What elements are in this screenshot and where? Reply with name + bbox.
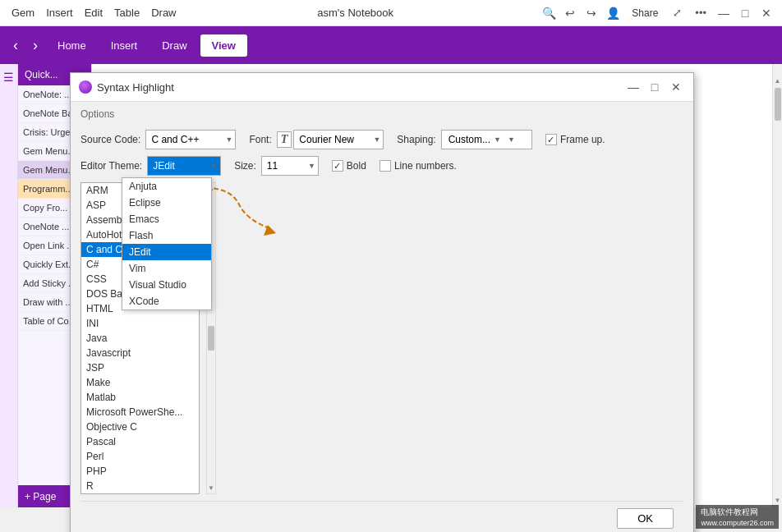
theme-xcode[interactable]: XCode (122, 293, 211, 310)
insert-menu-item[interactable]: Insert (46, 7, 73, 19)
lang-perl[interactable]: Perl (81, 449, 199, 464)
lang-matlab[interactable]: Matlab (81, 390, 199, 405)
theme-eclipse[interactable]: Eclipse (122, 195, 211, 211)
options-row-2: Editor Theme: JEdit Anjuta Eclipse Emacs… (80, 156, 683, 176)
font-icon: T (277, 131, 292, 148)
theme-visual-studio[interactable]: Visual Studio (122, 277, 211, 293)
scroll-thumb[interactable] (775, 88, 781, 121)
nav-fwd-button[interactable]: › (26, 37, 44, 54)
line-numbers-label: Line numbers. (394, 160, 457, 172)
lang-ms-powershell[interactable]: Microsoft PowerShe... (81, 405, 199, 420)
lang-ruby[interactable]: Ruby (81, 493, 199, 494)
size-select-wrapper: 11 (261, 156, 319, 176)
maximize-button[interactable]: □ (736, 4, 754, 22)
options-row-1: Source Code: C and C++ Font: T Courier N… (80, 130, 683, 149)
editor-theme-select[interactable]: JEdit Anjuta Eclipse Emacs Flash Vim Vis… (147, 156, 221, 176)
frame-up-checkbox[interactable] (545, 134, 557, 145)
tab-home[interactable]: Home (46, 34, 98, 57)
share-button[interactable]: Share (625, 4, 665, 22)
font-label: Font: (249, 134, 271, 145)
font-select-wrapper: T Courier New (277, 130, 384, 149)
lang-pascal[interactable]: Pascal (81, 434, 199, 449)
source-code-select[interactable]: C and C++ (145, 130, 236, 149)
lang-objective-c[interactable]: Objective C (81, 420, 199, 434)
frame-up-group: Frame up. (545, 134, 605, 145)
tab-draw[interactable]: Draw (150, 34, 198, 57)
theme-anjuta[interactable]: Anjuta (122, 178, 211, 195)
scroll-up-button[interactable]: ▲ (775, 77, 781, 85)
dialog-maximize-button[interactable]: □ (646, 78, 664, 96)
title-bar: Gem Insert Edit Table Draw asm's Noteboo… (0, 0, 782, 26)
frame-up-label: Frame up. (560, 134, 605, 145)
lang-jsp[interactable]: JSP (81, 360, 199, 375)
dialog-title: Syntax Highlight (79, 80, 174, 94)
bold-label: Bold (347, 160, 366, 172)
lang-javascript[interactable]: Javascript (81, 346, 199, 360)
quick-notes-label: Quick... (25, 69, 58, 80)
ok-button[interactable]: OK (617, 508, 674, 529)
options-section-label: Options (71, 102, 693, 123)
line-numbers-group: Line numbers. (380, 160, 457, 172)
bold-group: Bold (332, 160, 366, 172)
syntax-highlight-dialog: Syntax Highlight — □ ✕ Options Source Co… (70, 72, 694, 532)
nav-toggle-icon[interactable]: ☰ (3, 71, 14, 84)
lang-php[interactable]: PHP (81, 464, 199, 479)
theme-emacs[interactable]: Emacs (122, 211, 211, 227)
size-group: Size: 11 (234, 156, 319, 176)
draw-menu-item[interactable]: Draw (151, 7, 176, 19)
dialog-body: Source Code: C and C++ Font: T Courier N… (71, 123, 693, 532)
scroll-down-button[interactable]: ▼ (775, 497, 781, 504)
size-select[interactable]: 11 (261, 156, 319, 176)
user-icon[interactable]: 👤 (604, 4, 622, 22)
dialog-close-button[interactable]: ✕ (667, 78, 685, 96)
onenote-area: ☰ Quick... ✕ OneNote: ... OneNote Ba... … (0, 64, 782, 507)
font-select[interactable]: Courier New (293, 130, 384, 149)
search-icon[interactable]: 🔍 (540, 4, 558, 22)
fullscreen-icon[interactable]: ⤢ (668, 5, 687, 21)
undo-icon[interactable]: ↩ (561, 4, 579, 22)
gem-menu-item[interactable]: Gem (12, 7, 34, 19)
shaping-dropdown-icon: ▼ (494, 135, 501, 144)
dialog-icon (79, 80, 92, 94)
theme-jedit[interactable]: JEdit (122, 244, 211, 260)
editor-theme-group: Editor Theme: JEdit Anjuta Eclipse Emacs… (80, 156, 221, 176)
lang-r[interactable]: R (81, 479, 199, 493)
nav-back-button[interactable]: ‹ (7, 37, 25, 54)
table-menu-item[interactable]: Table (114, 7, 140, 19)
tab-insert[interactable]: Insert (99, 34, 150, 57)
size-label: Size: (234, 160, 256, 172)
add-page-button[interactable]: + Page (25, 491, 56, 502)
lang-ini[interactable]: INI (81, 316, 199, 331)
shaping-button[interactable]: Custom... ▼ (441, 130, 532, 149)
more-icon[interactable]: ••• (690, 5, 711, 21)
notebook-title: asm's Notebook (317, 7, 393, 19)
lang-java[interactable]: Java (81, 331, 199, 346)
svg-marker-0 (264, 225, 276, 236)
watermark: 电脑软件教程网www.computer26.com (696, 505, 779, 529)
list-scroll-down[interactable]: ▼ (208, 484, 214, 492)
line-numbers-checkbox[interactable] (380, 160, 391, 172)
redo-icon[interactable]: ↪ (582, 4, 600, 22)
edit-menu-item[interactable]: Edit (85, 7, 103, 19)
bold-checkbox[interactable] (332, 160, 343, 172)
shaping-group: Shaping: Custom... ▼ (397, 130, 532, 149)
source-code-group: Source Code: C and C++ (80, 130, 236, 149)
editor-theme-dropdown: Anjuta Eclipse Emacs Flash JEdit Vim Vis… (122, 177, 212, 310)
tab-view[interactable]: View (200, 34, 247, 57)
list-scroll-thumb[interactable] (208, 326, 214, 351)
ribbon: ‹ › Home Insert Draw View (0, 26, 782, 64)
lang-make[interactable]: Make (81, 375, 199, 390)
shaping-label: Shaping: (397, 134, 435, 145)
dialog-footer: OK (80, 501, 683, 532)
close-button[interactable]: ✕ (757, 4, 775, 22)
theme-vim[interactable]: Vim (122, 260, 211, 277)
editor-theme-wrapper: JEdit Anjuta Eclipse Emacs Flash Vim Vis… (147, 156, 221, 176)
dialog-titlebar: Syntax Highlight — □ ✕ (71, 73, 693, 102)
shaping-value: Custom... (448, 134, 490, 145)
right-scrollbar: ▲ ▼ (772, 64, 782, 507)
font-group: Font: T Courier New (249, 130, 384, 149)
minimize-button[interactable]: — (715, 4, 733, 22)
source-code-select-wrapper: C and C++ (145, 130, 236, 149)
theme-flash[interactable]: Flash (122, 227, 211, 244)
dialog-minimize-button[interactable]: — (624, 78, 642, 96)
